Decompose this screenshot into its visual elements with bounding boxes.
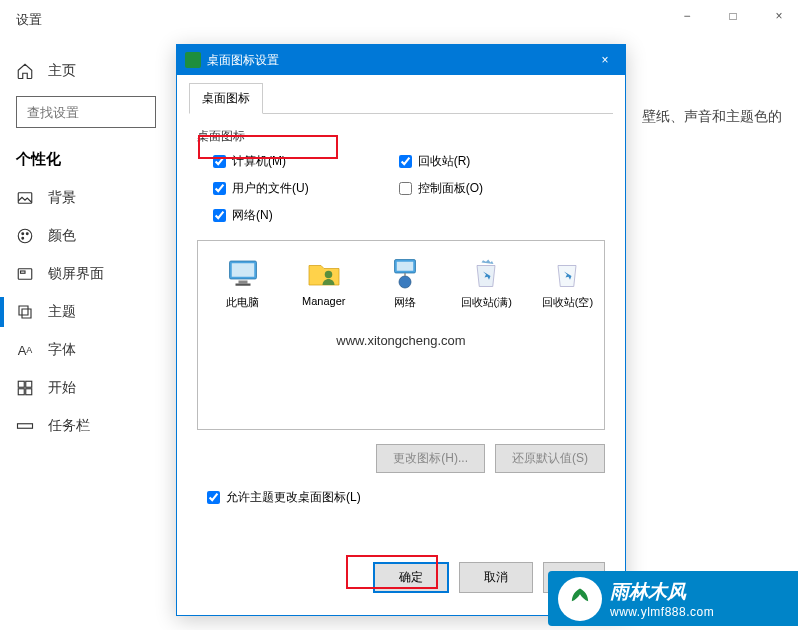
section-title: 个性化 <box>0 144 170 179</box>
icon-label: 回收站(空) <box>542 295 593 310</box>
checkbox-computer[interactable]: 计算机(M) <box>213 153 309 170</box>
sidebar: 主页 个性化 背景 颜色 <box>0 40 170 630</box>
font-icon: AA <box>16 341 34 359</box>
icon-action-buttons: 更改图标(H)... 还原默认值(S) <box>189 438 613 479</box>
svg-point-3 <box>26 233 28 235</box>
checkbox-label: 控制面板(O) <box>418 180 483 197</box>
desktop-icon-settings-dialog: 桌面图标设置 × 桌面图标 桌面图标 计算机(M) 用户的文件(U) <box>176 44 626 616</box>
home-label: 主页 <box>48 62 76 80</box>
icon-user-files[interactable]: Manager <box>295 255 352 310</box>
svg-rect-9 <box>18 389 24 395</box>
sidebar-item-lockscreen[interactable]: 锁屏界面 <box>0 255 170 293</box>
ylmf-logo: 雨林木风 www.ylmf888.com <box>548 571 798 626</box>
checkbox-label: 网络(N) <box>232 207 273 224</box>
sidebar-item-label: 背景 <box>48 189 76 207</box>
checkbox-controlpanel-input[interactable] <box>399 182 412 195</box>
dialog-app-icon <box>185 52 201 68</box>
sidebar-item-label: 主题 <box>48 303 76 321</box>
icon-label: Manager <box>302 295 345 307</box>
search-box[interactable] <box>16 96 156 128</box>
checkbox-controlpanel[interactable]: 控制面板(O) <box>399 180 483 197</box>
icon-recyclebin-empty[interactable]: 回收站(空) <box>539 255 596 310</box>
sidebar-item-label: 颜色 <box>48 227 76 245</box>
minimize-button[interactable]: − <box>664 0 710 32</box>
checkbox-userfiles[interactable]: 用户的文件(U) <box>213 180 309 197</box>
dialog-titlebar[interactable]: 桌面图标设置 × <box>177 45 625 75</box>
svg-rect-0 <box>18 193 32 204</box>
settings-title: 设置 <box>16 11 42 29</box>
sidebar-home[interactable]: 主页 <box>0 52 170 90</box>
allow-theme-input[interactable] <box>207 491 220 504</box>
sidebar-item-background[interactable]: 背景 <box>0 179 170 217</box>
svg-rect-18 <box>397 262 414 271</box>
svg-point-2 <box>22 233 24 235</box>
svg-rect-15 <box>235 284 250 286</box>
logo-cn-text: 雨林木风 <box>610 579 714 605</box>
content-text: 壁纸、声音和主题色的 <box>642 108 782 126</box>
icon-network[interactable]: 网络 <box>376 255 433 310</box>
lockscreen-icon <box>16 265 34 283</box>
palette-icon <box>16 227 34 245</box>
watermark-text: www.xitongcheng.com <box>336 333 465 348</box>
dialog-title: 桌面图标设置 <box>207 52 279 69</box>
close-button[interactable]: × <box>756 0 802 32</box>
group-label: 桌面图标 <box>197 128 605 145</box>
tab-header: 桌面图标 <box>189 83 613 114</box>
dialog-close-button[interactable]: × <box>585 45 625 75</box>
checkbox-computer-input[interactable] <box>213 155 226 168</box>
svg-rect-10 <box>26 389 32 395</box>
sidebar-item-themes[interactable]: 主题 <box>0 293 170 331</box>
cancel-button[interactable]: 取消 <box>459 562 533 593</box>
logo-leaf-icon <box>558 577 602 621</box>
checkbox-userfiles-input[interactable] <box>213 182 226 195</box>
sidebar-item-fonts[interactable]: AA 字体 <box>0 331 170 369</box>
checkbox-label: 回收站(R) <box>418 153 471 170</box>
desktop-icons-group: 桌面图标 计算机(M) 用户的文件(U) 网络(N) <box>189 128 613 224</box>
icon-label: 网络 <box>394 295 416 310</box>
taskbar-icon <box>16 417 34 435</box>
icon-label: 回收站(满) <box>461 295 512 310</box>
settings-titlebar: 设置 − □ × <box>0 0 802 40</box>
svg-rect-11 <box>18 424 33 429</box>
sidebar-item-label: 锁屏界面 <box>48 265 104 283</box>
restore-default-button[interactable]: 还原默认值(S) <box>495 444 605 473</box>
svg-rect-14 <box>238 281 247 284</box>
svg-point-1 <box>18 229 32 243</box>
allow-theme-checkbox[interactable]: 允许主题更改桌面图标(L) <box>189 479 613 506</box>
folder-user-icon <box>306 255 342 291</box>
checkbox-recyclebin[interactable]: 回收站(R) <box>399 153 483 170</box>
checkbox-network-input[interactable] <box>213 209 226 222</box>
sidebar-item-label: 开始 <box>48 379 76 397</box>
svg-point-4 <box>22 237 24 239</box>
checkbox-grid: 计算机(M) 用户的文件(U) 网络(N) 回收站(R) <box>197 153 605 224</box>
recyclebin-empty-icon <box>549 255 585 291</box>
theme-icon <box>16 303 34 321</box>
sidebar-item-colors[interactable]: 颜色 <box>0 217 170 255</box>
home-icon <box>16 62 34 80</box>
sidebar-item-taskbar[interactable]: 任务栏 <box>0 407 170 445</box>
checkbox-network[interactable]: 网络(N) <box>213 207 309 224</box>
svg-rect-5 <box>18 269 32 280</box>
titlebar-controls: − □ × <box>664 0 802 32</box>
checkbox-label: 用户的文件(U) <box>232 180 309 197</box>
recyclebin-full-icon <box>468 255 504 291</box>
tab-desktop-icons[interactable]: 桌面图标 <box>189 83 263 114</box>
search-input[interactable] <box>27 105 145 120</box>
svg-point-19 <box>399 276 411 288</box>
sidebar-item-start[interactable]: 开始 <box>0 369 170 407</box>
change-icon-button[interactable]: 更改图标(H)... <box>376 444 485 473</box>
ok-button[interactable]: 确定 <box>373 562 449 593</box>
svg-rect-8 <box>26 381 32 387</box>
logo-url-text: www.ylmf888.com <box>610 605 714 619</box>
sidebar-item-label: 字体 <box>48 341 76 359</box>
icons-preview: 此电脑 Manager 网络 回收站(满) 回收站(空) <box>197 240 605 430</box>
computer-icon <box>225 255 261 291</box>
image-icon <box>16 189 34 207</box>
svg-point-16 <box>325 271 333 279</box>
svg-rect-7 <box>18 381 24 387</box>
checkbox-label: 计算机(M) <box>232 153 286 170</box>
icon-this-pc[interactable]: 此电脑 <box>214 255 271 310</box>
maximize-button[interactable]: □ <box>710 0 756 32</box>
icon-recyclebin-full[interactable]: 回收站(满) <box>458 255 515 310</box>
checkbox-recyclebin-input[interactable] <box>399 155 412 168</box>
